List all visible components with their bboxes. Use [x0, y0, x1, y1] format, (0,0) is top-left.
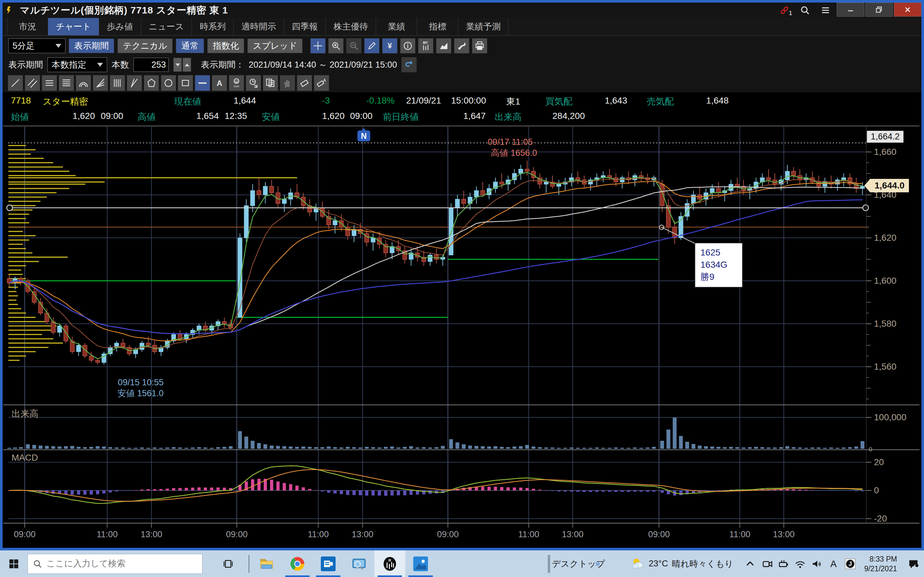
draw-gann-lines-icon[interactable]	[59, 75, 74, 91]
period-mode-dropdown[interactable]: 本数指定	[47, 57, 107, 72]
tab-5[interactable]: 適時開示	[234, 18, 284, 35]
quote-date: 21/09/21	[406, 95, 441, 106]
printer-icon[interactable]	[472, 38, 487, 53]
draw-parallel-channel-icon[interactable]	[25, 75, 40, 91]
toolbar-button-0[interactable]: 表示期間	[69, 39, 114, 53]
bar-count-input[interactable]	[134, 58, 169, 72]
action-center-icon[interactable]	[903, 550, 924, 577]
link-group-number: 1	[789, 10, 792, 17]
tab-8[interactable]: 業績	[376, 18, 417, 35]
tab-4[interactable]: 時系列	[192, 18, 234, 35]
zoom-out-icon[interactable]	[346, 38, 362, 53]
clock-time: 8:33 PM	[864, 554, 897, 564]
desktop-toolbar[interactable]: デスクトップ	[552, 558, 622, 570]
yen-icon[interactable]: ¥	[382, 38, 397, 53]
draw-horizontal-line-icon[interactable]	[195, 75, 210, 91]
reset-period-button[interactable]	[401, 57, 417, 73]
taskbar-clock[interactable]: 8:33 PM 9/21/2021	[859, 554, 903, 574]
running-indicator	[316, 575, 341, 577]
draw-fibo-fan-icon[interactable]	[93, 75, 108, 91]
tab-6[interactable]: 四季報	[284, 18, 326, 35]
draw-clock-stamp-icon[interactable]	[246, 75, 261, 91]
tab-7[interactable]: 株主優待	[326, 18, 376, 35]
mail-tile-taskbar-icon[interactable]	[313, 550, 344, 577]
tab-9[interactable]: 指標	[417, 18, 458, 35]
area-chart-icon[interactable]	[436, 38, 451, 53]
menu-icon[interactable]	[815, 3, 836, 18]
pencil-icon[interactable]	[364, 38, 380, 53]
tab-1[interactable]: チャート	[48, 18, 99, 35]
draw-angle-line-icon[interactable]	[127, 75, 142, 91]
zoom-in-icon[interactable]	[328, 38, 344, 53]
draw-copy-objects-icon[interactable]	[263, 75, 278, 91]
ask-label: 売気配	[647, 95, 674, 108]
stock-code: 7718	[11, 95, 31, 106]
draw-icon-stamp-icon[interactable]: icon	[229, 75, 244, 91]
draw-polygon-icon[interactable]	[144, 75, 159, 91]
open-price: 1,620	[51, 111, 95, 121]
file-explorer-taskbar-icon[interactable]	[251, 550, 282, 577]
draw-text-icon[interactable]: A	[212, 75, 227, 91]
battery-tray-icon[interactable]	[775, 550, 792, 577]
tab-3[interactable]: ニュース	[141, 18, 192, 35]
window-border-top	[0, 0, 924, 3]
trading-app-taskbar-icon[interactable]: R	[375, 550, 405, 577]
start-button[interactable]	[0, 550, 27, 577]
timeframe-value: 5分足	[13, 40, 35, 52]
toolbar-button-2[interactable]: 通常	[176, 39, 204, 53]
chart-area[interactable]	[3, 126, 921, 550]
chevron-down-icon	[97, 63, 103, 67]
screen-sketch-taskbar-icon[interactable]	[344, 550, 375, 577]
window-border-right	[921, 0, 924, 550]
wrench-icon[interactable]	[454, 38, 469, 53]
chrome-taskbar-icon[interactable]	[282, 550, 313, 577]
wifi-tray-icon[interactable]	[792, 550, 809, 577]
search-input[interactable]	[47, 559, 184, 569]
draw-ellipse-icon[interactable]	[161, 75, 176, 91]
taskbar-search[interactable]	[27, 554, 202, 574]
draw-eraser-all-icon[interactable]: A	[314, 75, 329, 91]
timeframe-dropdown[interactable]: 5分足	[8, 39, 65, 53]
current-price: 1,644	[208, 95, 256, 106]
count-decrement-button[interactable]	[173, 58, 182, 72]
draw-eraser-icon[interactable]	[297, 75, 312, 91]
count-increment-button[interactable]	[183, 58, 191, 72]
restore-button[interactable]	[865, 3, 893, 17]
speaker-tray-icon[interactable]	[809, 550, 825, 577]
photos-taskbar-icon[interactable]	[405, 550, 436, 577]
window-border-bottom	[0, 548, 924, 550]
price-change-pct: -0.18%	[349, 95, 395, 106]
weather-widget[interactable]: 23°C 晴れ時々くもり	[622, 557, 742, 571]
draw-fibo-arcs-icon[interactable]	[76, 75, 91, 91]
range-value: 2021/09/14 14:40 ～ 2021/09/21 15:00	[249, 59, 397, 71]
crosshair-icon[interactable]	[310, 38, 326, 53]
draw-rectangle-icon[interactable]	[178, 75, 193, 91]
low-label: 安値	[262, 111, 280, 123]
prev-close: 1,647	[441, 111, 486, 121]
draw-trend-line-icon[interactable]	[8, 75, 23, 91]
camera-tray-icon[interactable]	[758, 550, 775, 577]
draw-drag-mode-icon[interactable]	[280, 75, 295, 91]
tab-10[interactable]: 業績予測	[458, 18, 509, 35]
link-windows-icon[interactable]: 1	[774, 3, 795, 18]
weather-temp: 23°C	[649, 559, 668, 569]
period-label: 表示期間	[8, 59, 43, 71]
running-indicator	[409, 575, 433, 577]
tab-0[interactable]: 市況	[7, 18, 48, 35]
minimize-button[interactable]	[837, 3, 864, 17]
task-view-button[interactable]	[215, 550, 241, 577]
draw-fibo-retracement-icon[interactable]	[42, 75, 57, 91]
search-icon	[33, 559, 42, 568]
search-icon[interactable]	[795, 3, 815, 18]
toolbar-button-3[interactable]: 指数化	[207, 39, 244, 53]
ime-a-tray-icon[interactable]: A	[825, 550, 842, 577]
toolbar-button-1[interactable]: テクニカル	[118, 39, 173, 53]
hidden-icons-chevron[interactable]	[742, 550, 758, 577]
close-button[interactable]	[894, 3, 921, 17]
ime-j-tray-icon[interactable]: J	[842, 550, 859, 577]
info-icon[interactable]	[400, 38, 415, 53]
tab-2[interactable]: 歩み値	[99, 18, 141, 35]
draw-fibo-time-zones-icon[interactable]	[110, 75, 125, 91]
my-chart-icon[interactable]: MY	[418, 38, 433, 53]
toolbar-button-4[interactable]: スプレッド	[247, 39, 302, 53]
